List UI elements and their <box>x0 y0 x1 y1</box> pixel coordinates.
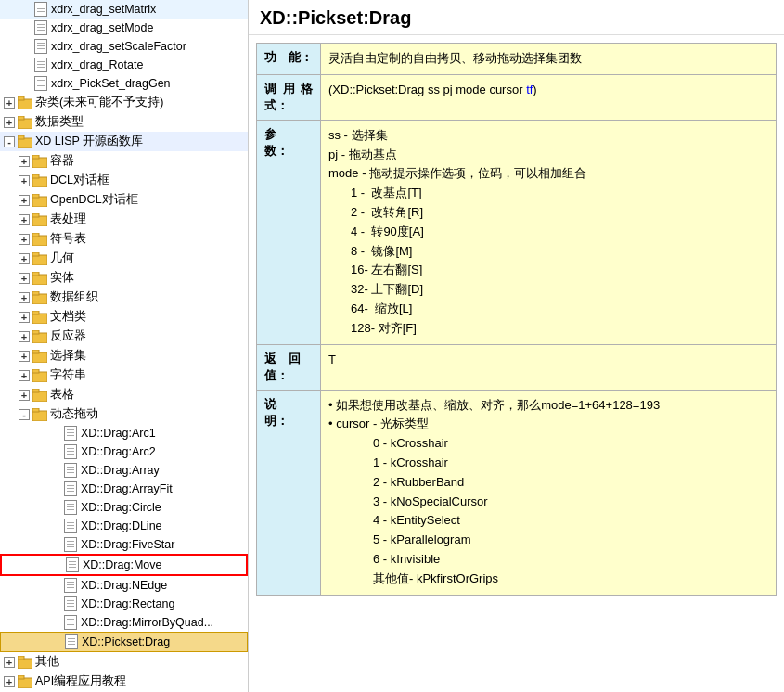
expand-icon[interactable]: + <box>19 214 30 225</box>
expand-icon[interactable]: + <box>19 331 30 342</box>
sidebar-item-drag_arc1[interactable]: XD::Drag:Arc1 <box>0 424 248 442</box>
folder-icon <box>32 271 47 286</box>
note-line-3: 1 - kCrosshair <box>328 454 768 473</box>
spacer-icon <box>19 58 32 71</box>
param-line-4: 2 - 改转角[R] <box>328 203 768 223</box>
sidebar-item-xdrx_drag_setMode[interactable]: xdrx_drag_setMode <box>0 19 248 37</box>
sidebar-item-fuhaoqbiao[interactable]: + 符号表 <box>0 229 248 249</box>
sidebar-item-label: 动态拖动 <box>50 406 98 422</box>
note-line-5: 3 - kNoSpecialCursor <box>328 493 768 512</box>
note-line-9: 其他值- kPkfirstOrGrips <box>328 570 768 589</box>
sidebar-item-rongqi[interactable]: + 容器 <box>0 151 248 171</box>
sidebar-item-biaochuli[interactable]: + 表处理 <box>0 210 248 229</box>
sidebar-item-drag_array[interactable]: XD::Drag:Array <box>0 461 248 480</box>
sidebar-item-zaolei[interactable]: + 杂类(未来可能不予支持) <box>0 93 248 112</box>
sidebar-item-label: 杂类(未来可能不予支持) <box>35 95 163 110</box>
file-icon <box>63 500 78 515</box>
spacer-icon <box>19 21 32 34</box>
sidebar-item-label: XD::Drag:FiveStar <box>81 538 174 551</box>
svg-rect-30 <box>32 391 47 402</box>
sidebar-item-drag_nedge[interactable]: XD::Drag:NEdge <box>0 576 248 595</box>
svg-rect-9 <box>32 174 39 178</box>
sidebar-item-shujuzuzhi[interactable]: + 数据组织 <box>0 288 248 307</box>
folder-icon <box>18 674 32 689</box>
sidebar-item-fanyingqi[interactable]: + 反应器 <box>0 327 248 346</box>
sidebar-item-biaoge[interactable]: + 表格 <box>0 385 248 404</box>
sidebar-item-xdrx_PickSet_dragGen[interactable]: xdrx_PickSet_dragGen <box>0 74 248 93</box>
return-label: 返 回值： <box>257 344 321 390</box>
expand-icon[interactable]: + <box>19 156 30 167</box>
sidebar-item-dcl[interactable]: + DCL对话框 <box>0 171 248 190</box>
param-line-6: 8 - 镜像[M] <box>328 242 768 262</box>
note-line-7: 5 - kParallelogram <box>328 531 768 550</box>
sidebar-item-drag_circle[interactable]: XD::Drag:Circle <box>0 498 248 517</box>
sidebar-item-jihe[interactable]: + 几何 <box>0 249 248 268</box>
sidebar-item-api_tutorial[interactable]: + API编程应用教程 <box>0 672 248 691</box>
svg-rect-20 <box>32 294 47 304</box>
param-value: ss - 选择集 pj - 拖动基点 mode - 拖动提示操作选项，位码，可以… <box>321 120 777 344</box>
sidebar-item-xuanzej[interactable]: + 选择集 <box>0 346 248 365</box>
expand-icon[interactable]: + <box>19 390 30 401</box>
expand-icon[interactable]: + <box>4 97 15 109</box>
spacer-icon <box>48 597 61 610</box>
expand-icon[interactable]: + <box>19 292 30 303</box>
sidebar-item-shiti[interactable]: + 实体 <box>0 268 248 288</box>
svg-rect-27 <box>32 350 39 353</box>
svg-rect-4 <box>18 138 32 148</box>
expand-icon[interactable]: + <box>19 195 30 206</box>
note-line-8: 6 - kInvisible <box>328 550 768 570</box>
expand-icon[interactable]: + <box>4 117 15 128</box>
svg-rect-0 <box>18 99 32 109</box>
sidebar-item-drag_mirrorbyquad[interactable]: XD::Drag:MirrorByQuad... <box>0 613 248 632</box>
folder-icon <box>18 135 32 149</box>
sidebar-item-dongtaitd[interactable]: - 动态拖动 <box>0 404 248 424</box>
note-row: 说明： • 如果想使用改基点、缩放、对齐，那么mode=1+64+128=193… <box>257 390 777 595</box>
sidebar-item-label: xdrx_drag_setMode <box>51 21 153 34</box>
sidebar-item-drag_fivestar[interactable]: XD::Drag:FiveStar <box>0 535 248 554</box>
expand-icon[interactable]: + <box>19 351 30 362</box>
sidebar-item-wendanglei[interactable]: + 文档类 <box>0 307 248 327</box>
sidebar-item-drag_dline[interactable]: XD::Drag:DLine <box>0 517 248 535</box>
folder-icon <box>32 251 47 266</box>
sidebar-item-xdlisp[interactable]: - XD LISP 开源函数库 <box>0 132 248 151</box>
sidebar-item-xdrx_drag_setMatrix[interactable]: xdrx_drag_setMatrix <box>0 0 248 19</box>
sidebar-item-xdrx_drag_setScaleFactor[interactable]: xdrx_drag_setScaleFactor <box>0 37 248 56</box>
sidebar-item-label: 数据组织 <box>50 289 98 305</box>
sidebar-item-opendcl[interactable]: + OpenDCL对话框 <box>0 190 248 210</box>
expand-icon[interactable]: + <box>19 273 30 284</box>
expand-icon[interactable]: + <box>4 657 15 668</box>
func-row: 功 能： 灵活自由定制的自由拷贝、移动拖动选择集团数 <box>257 44 777 75</box>
expand-icon[interactable]: + <box>19 312 30 323</box>
sidebar-item-qita[interactable]: + 其他 <box>0 652 248 672</box>
sidebar-item-label: 容器 <box>50 153 74 169</box>
sidebar[interactable]: xdrx_drag_setMatrix xdrx_drag_setMode xd… <box>0 0 249 692</box>
content-area: 功 能： 灵活自由定制的自由拷贝、移动拖动选择集团数 调用格式： (XD::Pi… <box>249 35 784 692</box>
sidebar-item-shujuleixing[interactable]: + 数据类型 <box>0 112 248 132</box>
sidebar-item-drag_rectang[interactable]: XD::Drag:Rectang <box>0 595 248 613</box>
sidebar-item-drag_arc2[interactable]: XD::Drag:Arc2 <box>0 442 248 461</box>
sidebar-item-label: XD::Drag:Arc2 <box>81 445 156 458</box>
func-label: 功 能： <box>257 44 321 75</box>
sidebar-item-pickset_drag[interactable]: XD::Pickset:Drag <box>0 632 248 652</box>
spacer-icon <box>48 501 61 514</box>
sidebar-item-label: 表处理 <box>50 211 86 227</box>
sidebar-item-drag_arrayfit[interactable]: XD::Drag:ArrayFit <box>0 480 248 498</box>
sidebar-item-zifuchuang[interactable]: + 字符串 <box>0 365 248 385</box>
expand-icon[interactable]: + <box>19 370 30 381</box>
file-icon <box>63 615 78 630</box>
sidebar-item-label: XD::Drag:Circle <box>81 501 161 514</box>
svg-rect-15 <box>32 233 39 237</box>
expand-icon[interactable]: + <box>19 175 30 186</box>
call-row: 调用格式： (XD::Pickset:Drag ss pj mode curso… <box>257 74 777 120</box>
expand-icon[interactable]: + <box>19 234 30 245</box>
file-icon <box>65 557 80 572</box>
folder-icon <box>32 310 47 325</box>
expand-icon[interactable]: + <box>4 676 15 687</box>
sidebar-item-drag_move[interactable]: XD::Drag:Move <box>0 554 248 576</box>
expand-icon[interactable]: + <box>19 253 30 264</box>
file-icon <box>33 2 48 17</box>
folder-icon <box>32 329 47 344</box>
sidebar-item-xdrx_drag_Rotate[interactable]: xdrx_drag_Rotate <box>0 56 248 74</box>
expand-icon[interactable]: - <box>19 409 30 420</box>
expand-icon[interactable]: - <box>4 136 15 147</box>
